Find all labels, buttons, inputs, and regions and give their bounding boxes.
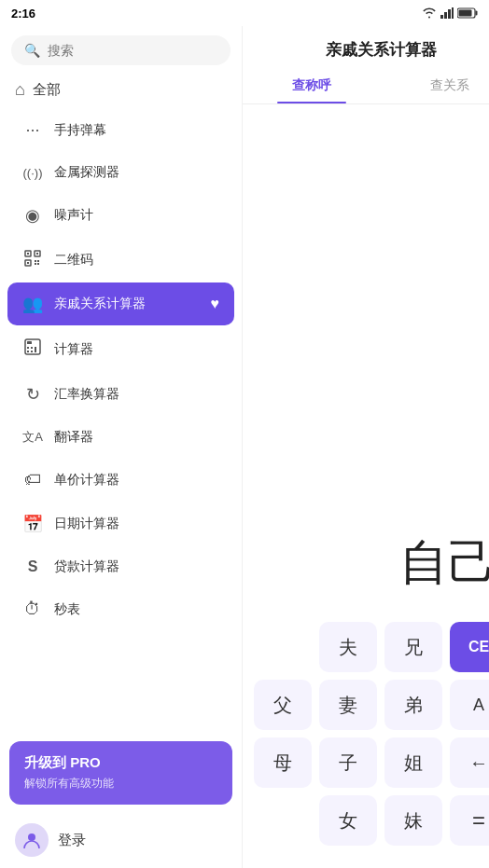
- tab-query-rel[interactable]: 查关系: [381, 68, 489, 103]
- key-mei[interactable]: 妹: [384, 795, 442, 846]
- key-fu[interactable]: 夫: [319, 622, 377, 672]
- sidebar-item-calculator[interactable]: 计算器: [7, 327, 234, 371]
- tab-bar: 查称呼 查关系: [243, 68, 489, 104]
- currency-icon: ↻: [22, 384, 43, 405]
- svg-rect-0: [440, 15, 443, 19]
- all-section: ⌂ 全部: [0, 75, 242, 107]
- svg-rect-1: [444, 12, 447, 19]
- sidebar-item-label: 噪声计: [54, 207, 93, 224]
- heart-icon: ♥: [211, 296, 220, 312]
- right-panel: 亲戚关系计算器 查称呼 查关系 自己 夫 兄 CE 父 妻 弟 A: [243, 26, 489, 868]
- sidebar-item-popup[interactable]: ··· 手持弹幕: [7, 109, 234, 151]
- sidebar-item-relative[interactable]: 👥 亲戚关系计算器 ♥: [7, 282, 234, 325]
- sidebar-item-label: 秒表: [54, 601, 80, 618]
- avatar: [15, 823, 49, 857]
- display-text: 自己: [399, 530, 489, 596]
- key-ce[interactable]: CE: [450, 622, 489, 672]
- sidebar-item-translate[interactable]: 文A 翻译器: [7, 418, 234, 457]
- svg-rect-20: [31, 347, 33, 349]
- sidebar-item-unit[interactable]: 🏷 单价计算器: [7, 459, 234, 501]
- sidebar-item-stopwatch[interactable]: ⏱ 秒表: [7, 588, 234, 630]
- noise-icon: ◉: [22, 205, 43, 226]
- key-di[interactable]: 弟: [384, 680, 442, 730]
- sidebar-item-label: 贷款计算器: [54, 558, 119, 575]
- keypad-row-2: 父 妻 弟 A: [254, 680, 489, 730]
- svg-rect-24: [35, 347, 36, 352]
- key-back[interactable]: ←: [450, 737, 489, 788]
- svg-rect-11: [36, 253, 38, 255]
- status-time: 2:16: [11, 7, 35, 21]
- search-icon: 🔍: [24, 43, 40, 58]
- svg-rect-15: [35, 263, 36, 265]
- sidebar-item-qr[interactable]: 二维码: [7, 239, 234, 281]
- svg-rect-23: [31, 351, 33, 352]
- status-bar: 2:16: [0, 0, 489, 26]
- signal-icon: [440, 7, 454, 19]
- battery-icon: [457, 7, 478, 19]
- key-mu[interactable]: 母: [254, 737, 312, 788]
- svg-rect-14: [37, 260, 39, 262]
- sidebar-item-label: 日期计算器: [54, 516, 119, 532]
- sidebar-item-label: 汇率换算器: [54, 386, 119, 403]
- search-bar[interactable]: 🔍: [11, 35, 231, 65]
- keypad: 夫 兄 CE 父 妻 弟 A 母 子 姐 ← 女 妹 =: [243, 614, 489, 868]
- all-label: 全部: [33, 81, 61, 99]
- sidebar-item-label: 二维码: [54, 252, 93, 269]
- sidebar-item-loan[interactable]: S 贷款计算器: [7, 547, 234, 586]
- keypad-row-4: 女 妹 =: [254, 795, 489, 846]
- calculator-icon: [22, 338, 43, 360]
- popup-icon: ···: [22, 120, 43, 140]
- upgrade-title: 升级到 PRO: [24, 754, 217, 772]
- key-zi[interactable]: 子: [319, 737, 377, 788]
- sidebar-item-noise[interactable]: ◉ 噪声计: [7, 194, 234, 237]
- svg-rect-18: [27, 341, 32, 344]
- svg-rect-6: [459, 10, 472, 17]
- sidebar-item-label: 计算器: [54, 341, 93, 358]
- relative-icon: 👥: [22, 294, 43, 314]
- sidebar-item-metal[interactable]: ((·)) 金属探测器: [7, 153, 234, 192]
- svg-rect-12: [27, 262, 29, 264]
- sidebar: 🔍 ⌂ 全部 ··· 手持弹幕 ((·)) 金属探测器 ◉ 噪声计: [0, 26, 243, 868]
- login-section[interactable]: 登录: [0, 812, 242, 868]
- sidebar-item-label: 单价计算器: [54, 472, 119, 489]
- key-qi[interactable]: 妻: [319, 680, 377, 730]
- qr-icon: [22, 250, 43, 269]
- svg-rect-2: [448, 9, 451, 19]
- svg-rect-5: [476, 11, 478, 16]
- loan-icon: S: [22, 558, 43, 575]
- search-input[interactable]: [48, 43, 217, 58]
- translate-icon: 文A: [22, 429, 43, 446]
- panel-title: 亲戚关系计算器: [243, 26, 489, 68]
- sidebar-item-label: 手持弹幕: [54, 122, 106, 139]
- key-xiong[interactable]: 兄: [384, 622, 442, 672]
- tab-query-name[interactable]: 查称呼: [243, 68, 381, 103]
- stopwatch-icon: ⏱: [22, 599, 43, 619]
- key-fu2[interactable]: 父: [254, 680, 312, 730]
- calc-display: 自己: [243, 104, 489, 614]
- key-jie[interactable]: 姐: [384, 737, 442, 788]
- keypad-row-1: 夫 兄 CE: [254, 622, 489, 672]
- svg-rect-22: [27, 351, 29, 352]
- unit-icon: 🏷: [22, 470, 43, 489]
- sidebar-item-label: 金属探测器: [54, 164, 119, 181]
- home-icon: ⌂: [15, 80, 25, 100]
- wifi-icon: [422, 7, 437, 19]
- svg-rect-19: [27, 347, 29, 349]
- date-icon: 📅: [22, 514, 43, 534]
- status-icons: [422, 7, 478, 19]
- sidebar-list: ··· 手持弹幕 ((·)) 金属探测器 ◉ 噪声计: [0, 107, 242, 734]
- sidebar-item-label: 亲戚关系计算器: [54, 296, 146, 312]
- key-a[interactable]: A: [450, 680, 489, 730]
- upgrade-banner[interactable]: 升级到 PRO 解锁所有高级功能: [9, 741, 232, 805]
- metal-icon: ((·)): [22, 166, 43, 180]
- svg-rect-10: [27, 253, 29, 255]
- svg-rect-13: [35, 260, 36, 262]
- svg-point-25: [28, 834, 35, 841]
- main-layout: 🔍 ⌂ 全部 ··· 手持弹幕 ((·)) 金属探测器 ◉ 噪声计: [0, 26, 489, 868]
- sidebar-item-date[interactable]: 📅 日期计算器: [7, 503, 234, 545]
- upgrade-subtitle: 解锁所有高级功能: [24, 776, 217, 792]
- sidebar-item-currency[interactable]: ↻ 汇率换算器: [7, 373, 234, 416]
- svg-rect-16: [37, 263, 39, 265]
- key-nv[interactable]: 女: [319, 795, 377, 846]
- key-eq[interactable]: =: [450, 795, 489, 846]
